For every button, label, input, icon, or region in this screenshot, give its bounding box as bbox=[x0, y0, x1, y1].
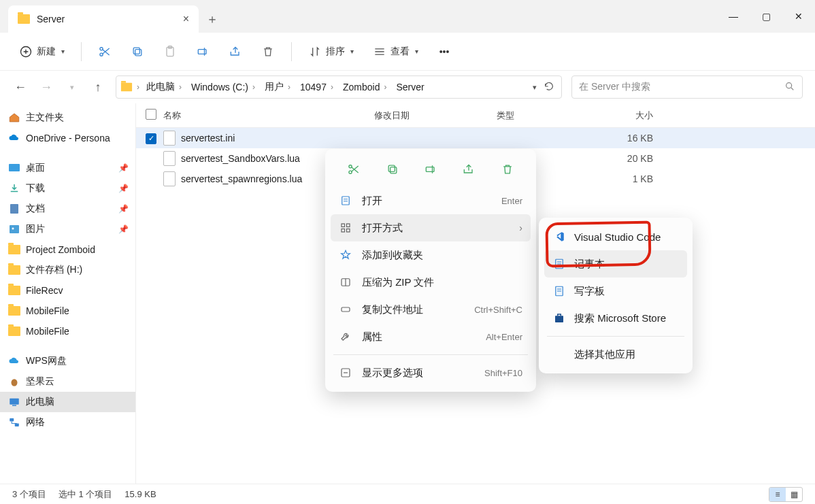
network-icon bbox=[8, 416, 20, 429]
breadcrumb-item[interactable]: Zomboid› bbox=[340, 82, 389, 93]
minimize-button[interactable]: ― bbox=[717, 0, 750, 33]
ctx-open[interactable]: 打开 Enter bbox=[331, 187, 531, 214]
column-size[interactable]: 大小 bbox=[599, 110, 660, 122]
ctx-rename-button[interactable] bbox=[421, 160, 440, 179]
star-icon bbox=[339, 248, 352, 262]
row-checkbox[interactable]: ✓ bbox=[146, 133, 156, 144]
status-item-count: 3 个项目 bbox=[12, 488, 46, 501]
sidebar-folder[interactable]: Project Zomboid bbox=[0, 239, 135, 260]
open-with-vscode[interactable]: Visual Studio Code bbox=[544, 223, 687, 250]
sidebar-home[interactable]: 主文件夹 bbox=[0, 107, 135, 128]
column-name[interactable]: 名称 bbox=[163, 110, 374, 122]
back-button[interactable]: ← bbox=[12, 80, 29, 95]
zip-icon bbox=[339, 275, 352, 289]
sort-button[interactable]: 排序 ▾ bbox=[301, 41, 361, 63]
close-button[interactable]: ✕ bbox=[782, 0, 815, 33]
open-with-store[interactable]: 搜索 Microsoft Store bbox=[544, 305, 687, 332]
new-tab-button[interactable]: ＋ bbox=[199, 5, 226, 33]
trash-icon bbox=[261, 45, 275, 58]
select-all-checkbox[interactable] bbox=[146, 109, 156, 120]
search-icon bbox=[784, 81, 795, 94]
file-size: 1 KB bbox=[599, 173, 660, 184]
svg-rect-7 bbox=[198, 49, 206, 54]
ctx-copy-button[interactable] bbox=[383, 160, 402, 179]
sidebar-nutstore[interactable]: 坚果云 bbox=[0, 371, 135, 392]
open-with-choose[interactable]: 选择其他应用 bbox=[544, 341, 687, 368]
open-with-wordpad[interactable]: 写字板 bbox=[544, 278, 687, 305]
window-tab[interactable]: Server × bbox=[8, 5, 199, 33]
share-button[interactable] bbox=[222, 41, 249, 63]
chevron-down-icon: ▾ bbox=[350, 48, 354, 55]
search-input[interactable]: 在 Server 中搜索 bbox=[571, 75, 803, 99]
cut-button[interactable] bbox=[91, 41, 118, 63]
up-button[interactable]: ↑ bbox=[90, 80, 106, 95]
tab-title: Server bbox=[37, 14, 176, 24]
sidebar-this-pc[interactable]: 此电脑 bbox=[0, 392, 135, 412]
sidebar-documents[interactable]: 文档📌 bbox=[0, 199, 135, 219]
open-with-notepad[interactable]: 记事本 bbox=[544, 250, 687, 278]
address-chevron-icon[interactable]: ▾ bbox=[533, 83, 537, 92]
svg-rect-9 bbox=[9, 164, 20, 171]
sidebar-pictures[interactable]: 图片📌 bbox=[0, 219, 135, 239]
pin-icon: 📌 bbox=[118, 163, 129, 173]
ctx-share-button[interactable] bbox=[459, 160, 478, 179]
folder-icon bbox=[8, 305, 20, 317]
new-button[interactable]: 新建 ▾ bbox=[12, 41, 71, 63]
sidebar-folder[interactable]: MobileFile bbox=[0, 321, 135, 341]
ctx-cut-button[interactable] bbox=[344, 160, 363, 179]
column-date[interactable]: 修改日期 bbox=[374, 110, 497, 122]
ctx-copy-path[interactable]: 复制文件地址 Ctrl+Shift+C bbox=[331, 296, 531, 323]
sidebar-wps[interactable]: WPS网盘 bbox=[0, 351, 135, 371]
ctx-delete-button[interactable] bbox=[498, 160, 517, 179]
ctx-favorite[interactable]: 添加到收藏夹 bbox=[331, 241, 531, 269]
sort-icon bbox=[308, 45, 322, 58]
copy-button[interactable] bbox=[124, 41, 151, 63]
copy-icon bbox=[131, 45, 144, 58]
ctx-properties[interactable]: 属性 Alt+Enter bbox=[331, 323, 531, 350]
details-view-button[interactable]: ≡ bbox=[769, 488, 786, 501]
file-icon bbox=[163, 151, 176, 166]
breadcrumb-item[interactable]: Windows (C:)› bbox=[188, 82, 258, 93]
file-row[interactable]: ✓ servertest.ini 16 KB bbox=[136, 128, 815, 148]
folder-icon bbox=[8, 325, 20, 337]
sidebar-onedrive[interactable]: OneDrive - Persona bbox=[0, 128, 135, 148]
svg-rect-10 bbox=[10, 204, 18, 214]
paste-button[interactable] bbox=[156, 41, 184, 63]
ctx-zip[interactable]: 压缩为 ZIP 文件 bbox=[331, 269, 531, 296]
chevron-down-icon: ▾ bbox=[415, 48, 418, 55]
rename-button[interactable] bbox=[189, 41, 216, 63]
folder-icon bbox=[8, 264, 20, 276]
breadcrumb-item[interactable]: 此电脑› bbox=[144, 81, 184, 93]
status-size: 15.9 KB bbox=[124, 489, 156, 499]
sidebar-folder[interactable]: FileRecv bbox=[0, 280, 135, 301]
recent-chevron-icon[interactable]: ▾ bbox=[64, 83, 80, 92]
sidebar-network[interactable]: 网络 bbox=[0, 412, 135, 433]
sidebar-folder[interactable]: MobileFile bbox=[0, 301, 135, 321]
column-type[interactable]: 类型 bbox=[497, 110, 599, 122]
breadcrumb-item[interactable]: 用户› bbox=[262, 81, 293, 93]
open-with-icon bbox=[339, 221, 352, 235]
more-button[interactable]: ••• bbox=[431, 41, 458, 63]
path-icon bbox=[339, 303, 352, 316]
address-bar[interactable]: › 此电脑› Windows (C:)› 用户› 10497› Zomboid›… bbox=[116, 75, 562, 99]
view-label: 查看 bbox=[390, 46, 410, 58]
svg-rect-4 bbox=[133, 48, 139, 54]
forward-button[interactable]: → bbox=[38, 80, 54, 95]
sidebar-desktop[interactable]: 桌面📌 bbox=[0, 158, 135, 178]
vscode-icon bbox=[552, 230, 566, 243]
view-button[interactable]: 查看 ▾ bbox=[366, 41, 425, 63]
breadcrumb-item[interactable]: 10497› bbox=[297, 82, 336, 93]
tiles-view-button[interactable]: ▦ bbox=[786, 488, 802, 501]
sidebar-downloads[interactable]: 下载📌 bbox=[0, 178, 135, 199]
ctx-open-with[interactable]: 打开方式 › bbox=[331, 214, 531, 241]
ctx-more-options[interactable]: 显示更多选项 Shift+F10 bbox=[331, 359, 531, 386]
maximize-button[interactable]: ▢ bbox=[750, 0, 782, 33]
svg-point-13 bbox=[12, 379, 18, 386]
svg-point-8 bbox=[786, 82, 792, 88]
refresh-button[interactable] bbox=[544, 81, 554, 94]
breadcrumb-item[interactable]: Server bbox=[393, 82, 427, 93]
sidebar-folder[interactable]: 文件存档 (H:) bbox=[0, 260, 135, 280]
delete-button[interactable] bbox=[254, 41, 282, 63]
open-icon bbox=[339, 194, 352, 207]
close-tab-icon[interactable]: × bbox=[183, 13, 189, 25]
